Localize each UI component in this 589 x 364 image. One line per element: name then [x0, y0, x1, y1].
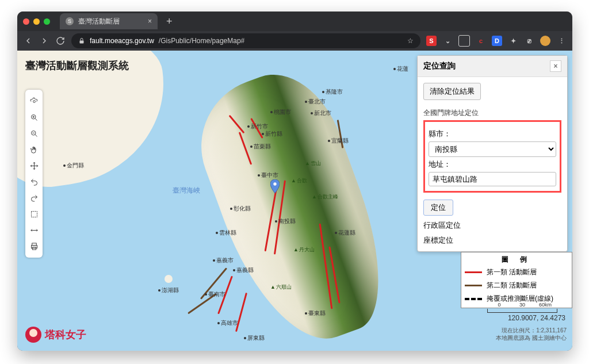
locate-button[interactable]: 定位 — [423, 200, 453, 216]
url-host: fault.moeacgs.gov.tw — [90, 37, 154, 45]
star-icon[interactable]: ☆ — [407, 37, 414, 45]
tab-title: 臺灣活動斷層 — [78, 17, 120, 26]
url-bar: fault.moeacgs.gov.tw/GisPublic/Home/page… — [17, 31, 572, 51]
tab-close-icon[interactable]: × — [148, 17, 152, 25]
ext-rect-icon[interactable] — [458, 35, 470, 47]
tool-pan[interactable] — [25, 141, 43, 158]
city-tainan: 臺南市 — [205, 290, 225, 298]
extensions-icon[interactable]: ✦ — [508, 36, 518, 46]
city-pingtung: 屏東縣 — [244, 334, 265, 342]
svg-point-2 — [33, 100, 35, 102]
svg-rect-0 — [80, 41, 84, 44]
map-marker-icon — [270, 179, 280, 193]
svg-rect-12 — [32, 243, 36, 245]
legend: 圖 例 第一類 活動斷層 第二類 活動斷層 掩覆或推測斷層(虛線) — [461, 252, 572, 308]
browser-tab[interactable]: S 臺灣活動斷層 × — [60, 13, 158, 29]
cast-icon[interactable]: ⎚ — [524, 36, 534, 46]
url-path: /GisPublic/Home/pageMap# — [159, 37, 244, 45]
tool-print[interactable] — [25, 238, 43, 254]
clear-results-button[interactable]: 清除定位結果 — [423, 83, 481, 100]
ext-d-icon[interactable]: D — [492, 36, 502, 46]
close-window[interactable] — [23, 18, 29, 25]
mountain-label: 合歡 — [291, 177, 307, 185]
scale-1: 30 — [511, 302, 534, 305]
city-kaohsiung: 高雄市 — [217, 319, 238, 327]
island-penghu — [165, 275, 173, 283]
tool-zoom-in[interactable] — [25, 109, 43, 125]
city-newtaipei: 新北市 — [311, 109, 331, 117]
city-chiayico: 嘉義縣 — [233, 266, 254, 274]
tool-settings[interactable] — [25, 93, 43, 109]
watermark-text: 塔科女子 — [45, 328, 86, 342]
watermark: 塔科女子 — [25, 327, 86, 343]
svg-rect-10 — [31, 211, 37, 217]
ext-pocket-icon[interactable]: ⌄ — [442, 36, 453, 46]
scale-2: 60km — [534, 302, 557, 305]
city-kinmen: 金門縣 — [63, 162, 84, 170]
tool-redo[interactable] — [25, 190, 43, 206]
island-kinmen — [69, 148, 82, 158]
coords-readout: 120.9007, 24.4273 — [508, 314, 565, 322]
svg-line-4 — [35, 118, 37, 120]
legend-line-brown — [465, 285, 482, 286]
ext-s-icon[interactable]: S — [426, 36, 437, 46]
city-taoyuan: 桃園市 — [270, 108, 291, 116]
attribution: 現在比例尺：1:2,311,167 本地圖底源為 國土測繪中心 — [496, 327, 567, 342]
legend-row1: 第一類 活動斷層 — [487, 267, 537, 277]
city-nantou: 南投縣 — [275, 217, 296, 225]
strait-label: 臺灣海峽 — [173, 186, 200, 196]
extensions: S ⌄ c D ✦ ⎚ ⋮ — [426, 35, 567, 47]
city-changhua: 彰化縣 — [230, 205, 251, 213]
ext-c-icon[interactable]: c — [476, 36, 486, 46]
map-viewport[interactable]: 臺灣海峽 金門縣 澎湖縣 基隆市 臺北市 新北市 桃園市 新竹市 新竹縣 苗栗縣… — [17, 51, 572, 351]
tool-undo[interactable] — [25, 174, 43, 190]
watermark-icon — [25, 327, 41, 343]
svg-line-8 — [35, 135, 37, 136]
city-penghu: 澎湖縣 — [158, 286, 179, 294]
mountain-label: 合歡主峰 — [312, 193, 338, 201]
maximize-window[interactable] — [44, 18, 50, 25]
legend-row2: 第二類 活動斷層 — [487, 281, 537, 290]
panel-close-icon[interactable]: × — [550, 60, 561, 72]
city-hualien: 花蓮縣 — [335, 229, 355, 237]
legend-title: 圖 例 — [465, 255, 568, 266]
city-taitung: 臺東縣 — [305, 309, 326, 317]
county-select[interactable]: 南投縣 — [429, 141, 556, 157]
county-label: 縣市： — [429, 129, 556, 139]
address-field[interactable]: fault.moeacgs.gov.tw/GisPublic/Home/page… — [71, 33, 420, 48]
scale-0: 0 — [488, 302, 511, 305]
favicon-icon: S — [66, 17, 74, 25]
panel-header: 定位查詢 × — [418, 56, 567, 77]
window-controls — [23, 18, 50, 25]
city-taichung: 臺中市 — [258, 171, 278, 179]
legend-line-red — [465, 271, 482, 273]
link-district[interactable]: 行政區定位 — [423, 220, 561, 231]
city-hsinchuco: 新竹縣 — [262, 130, 282, 138]
panel-title: 定位查詢 — [423, 61, 456, 71]
link-coord[interactable]: 座標定位 — [423, 235, 561, 246]
mountain-label: 雪山 — [305, 160, 321, 167]
new-tab-button[interactable]: + — [166, 16, 173, 28]
city-yunlin: 雲林縣 — [216, 229, 236, 237]
svg-point-1 — [273, 182, 276, 185]
minimize-window[interactable] — [33, 18, 40, 25]
back-button[interactable] — [23, 36, 33, 45]
city-hsinchu: 新竹市 — [247, 122, 268, 131]
attrib-source: 本地圖底源為 國土測繪中心 — [496, 334, 567, 342]
mountain-label: 六順山 — [270, 283, 292, 291]
city-taipei: 臺北市 — [305, 98, 326, 106]
city-chiayi: 嘉義市 — [213, 256, 234, 265]
tool-zoom-out[interactable] — [25, 125, 43, 141]
menu-icon[interactable]: ⋮ — [556, 36, 567, 46]
tool-extent[interactable] — [25, 206, 43, 222]
address-input[interactable] — [429, 172, 556, 186]
tool-measure[interactable] — [25, 222, 43, 238]
forward-button[interactable] — [39, 36, 49, 45]
tool-move[interactable] — [25, 158, 43, 174]
profile-avatar[interactable] — [540, 36, 550, 46]
highlight-box: 縣市： 南投縣 地址： — [423, 120, 561, 193]
scalebar: 0 30 60km — [487, 309, 557, 313]
map-toolbar — [25, 90, 43, 258]
legend-line-dashed — [465, 298, 482, 300]
reload-button[interactable] — [55, 36, 66, 45]
